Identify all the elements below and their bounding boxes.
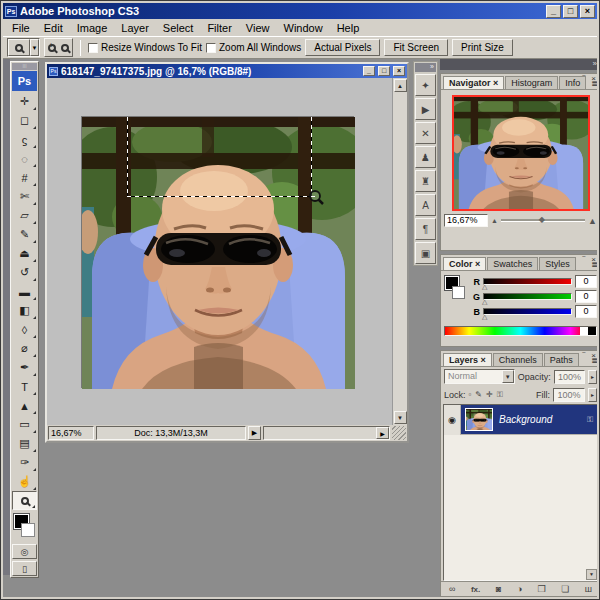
image-canvas[interactable] bbox=[81, 116, 354, 388]
list-scroll-icon[interactable]: ▼ bbox=[586, 569, 597, 580]
color-spectrum-ramp[interactable] bbox=[444, 326, 597, 336]
zoom-out-mountain-icon[interactable]: ▲ bbox=[491, 217, 498, 224]
background-color-swatch[interactable] bbox=[452, 286, 465, 299]
selected-layer[interactable]: Background ⚿ bbox=[461, 405, 597, 435]
paragraph-panel-icon[interactable]: ¶ bbox=[415, 218, 436, 240]
move-tool[interactable]: ✛ bbox=[12, 92, 37, 111]
slider-thumb[interactable]: △ bbox=[482, 313, 487, 321]
scroll-down-icon[interactable]: ▼ bbox=[394, 411, 407, 424]
panel-minclose-icons[interactable]: ‾ × bbox=[582, 74, 597, 83]
close-button[interactable]: × bbox=[580, 5, 595, 18]
fill-spinner-icon[interactable]: ▸ bbox=[588, 388, 597, 402]
slider-thumb[interactable]: △ bbox=[482, 298, 487, 306]
menu-image[interactable]: Image bbox=[70, 21, 115, 35]
path-selection-tool[interactable]: ▲ bbox=[12, 396, 37, 415]
status-menu-icon[interactable]: ▶ bbox=[248, 426, 261, 440]
app-titlebar[interactable]: Ps Adobe Photoshop CS3 _ □ × bbox=[3, 3, 597, 19]
character-panel-icon[interactable]: A bbox=[415, 194, 436, 216]
quick-selection-tool[interactable]: ◌ bbox=[12, 149, 37, 168]
resize-windows-checkbox[interactable]: Resize Windows To Fit bbox=[88, 42, 202, 53]
green-value-field[interactable]: 0 bbox=[575, 290, 597, 303]
layer-row-background[interactable]: ◉ Background ⚿ bbox=[444, 405, 597, 435]
lock-paint-icon[interactable]: ✎ bbox=[475, 390, 482, 400]
blur-tool[interactable]: ◊ bbox=[12, 320, 37, 339]
navigator-zoom-slider[interactable]: ◆ bbox=[501, 219, 585, 222]
eraser-tool[interactable]: ▬ bbox=[12, 282, 37, 301]
blend-mode-dropdown[interactable]: Normal ▼ bbox=[444, 369, 515, 384]
menu-layer[interactable]: Layer bbox=[114, 21, 156, 35]
zoom-level-field[interactable]: 16,67% bbox=[48, 426, 94, 440]
zoom-out-icon[interactable]: − bbox=[61, 44, 69, 52]
fit-screen-button[interactable]: Fit Screen bbox=[384, 39, 448, 56]
tab-layers[interactable]: Layers × bbox=[443, 353, 492, 366]
marquee-tool[interactable]: ◻ bbox=[12, 111, 37, 130]
slice-tool[interactable]: ✄ bbox=[12, 187, 37, 206]
tab-color[interactable]: Color × bbox=[443, 257, 486, 270]
red-slider[interactable]: △ bbox=[483, 278, 572, 285]
adjustment-layer-icon[interactable]: ◑ bbox=[517, 584, 522, 594]
toolbox-grip[interactable]: ⁞⁞⁞ bbox=[12, 63, 37, 70]
layer-style-fx-icon[interactable]: fx. bbox=[471, 585, 480, 594]
zoom-in-mountain-icon[interactable]: ▲ bbox=[588, 216, 597, 226]
white-swatch[interactable] bbox=[580, 327, 588, 335]
notes-tool[interactable]: ▤ bbox=[12, 434, 37, 453]
layer-comps-panel-icon[interactable]: ♟ bbox=[415, 146, 436, 168]
tab-styles[interactable]: Styles bbox=[539, 257, 576, 270]
menu-filter[interactable]: Filter bbox=[200, 21, 238, 35]
info-panel-icon[interactable]: ▣ bbox=[415, 242, 436, 264]
dock-collapse-chevrons[interactable]: » bbox=[440, 59, 597, 70]
quick-mask-button[interactable]: ◎ bbox=[12, 544, 37, 559]
menu-edit[interactable]: Edit bbox=[37, 21, 70, 35]
gradient-tool[interactable]: ◧ bbox=[12, 301, 37, 320]
scroll-up-icon[interactable]: ▲ bbox=[394, 79, 407, 92]
horizontal-scrollbar[interactable]: ▶ bbox=[263, 426, 390, 440]
navigator-zoom-field[interactable]: 16,67% bbox=[444, 214, 488, 227]
doc-close-button[interactable]: × bbox=[393, 66, 405, 76]
clone-stamp-tool[interactable]: ⏏ bbox=[12, 244, 37, 263]
blue-value-field[interactable]: 0 bbox=[575, 305, 597, 318]
menu-file[interactable]: File bbox=[5, 21, 37, 35]
screen-mode-button[interactable]: ▯ bbox=[12, 561, 37, 576]
lock-position-icon[interactable]: ✛ bbox=[486, 390, 493, 400]
document-titlebar[interactable]: Ps 618147_97417375.jpg @ 16,7% (RGB/8#) … bbox=[47, 64, 407, 78]
panel-minclose-icons[interactable]: ‾ × bbox=[582, 351, 597, 360]
doc-maximize-button[interactable]: □ bbox=[378, 66, 390, 76]
visibility-eye-icon[interactable]: ◉ bbox=[444, 405, 461, 435]
navigator-proxy-view[interactable] bbox=[452, 95, 590, 211]
eyedropper-tool[interactable]: ✑ bbox=[12, 453, 37, 472]
slider-thumb[interactable]: ◆ bbox=[539, 215, 545, 224]
scroll-right-icon[interactable]: ▶ bbox=[376, 427, 389, 439]
brushes-panel-icon[interactable]: ✦ bbox=[415, 74, 436, 96]
type-tool[interactable]: T bbox=[12, 377, 37, 396]
layer-group-icon[interactable]: ❒ bbox=[538, 584, 546, 594]
history-brush-tool[interactable]: ↺ bbox=[12, 263, 37, 282]
lasso-tool[interactable]: ϛ bbox=[12, 130, 37, 149]
tab-navigator[interactable]: Navigator × bbox=[443, 76, 504, 89]
dropdown-arrow-icon[interactable]: ▼ bbox=[502, 370, 514, 383]
minimize-button[interactable]: _ bbox=[546, 5, 561, 18]
resize-grip[interactable] bbox=[392, 426, 406, 440]
pen-tool[interactable]: ✒ bbox=[12, 358, 37, 377]
tab-histogram[interactable]: Histogram bbox=[505, 76, 558, 89]
shape-tool[interactable]: ▭ bbox=[12, 415, 37, 434]
maximize-button[interactable]: □ bbox=[563, 5, 578, 18]
doc-minimize-button[interactable]: _ bbox=[363, 66, 375, 76]
zoom-in-icon[interactable]: + bbox=[48, 44, 56, 52]
slider-thumb[interactable]: △ bbox=[482, 283, 487, 291]
tool-presets-panel-icon[interactable]: ♜ bbox=[415, 170, 436, 192]
new-layer-icon[interactable]: ❏ bbox=[561, 584, 569, 594]
menu-view[interactable]: View bbox=[239, 21, 277, 35]
opacity-spinner-icon[interactable]: ▸ bbox=[588, 370, 597, 384]
chevron-down-icon[interactable]: ▼ bbox=[30, 39, 39, 56]
tool-preset-picker[interactable]: ▼ bbox=[7, 38, 40, 57]
checkbox-icon[interactable] bbox=[88, 43, 98, 53]
healing-brush-tool[interactable]: ▱ bbox=[12, 206, 37, 225]
crop-tool[interactable]: # bbox=[12, 168, 37, 187]
red-value-field[interactable]: 0 bbox=[575, 275, 597, 288]
actions-panel-icon[interactable]: ▶ bbox=[415, 98, 436, 120]
brush-tool[interactable]: ✎ bbox=[12, 225, 37, 244]
menu-help[interactable]: Help bbox=[330, 21, 367, 35]
blue-slider[interactable]: △ bbox=[483, 308, 572, 315]
checkbox-icon[interactable] bbox=[206, 43, 216, 53]
tab-paths[interactable]: Paths bbox=[544, 353, 579, 366]
